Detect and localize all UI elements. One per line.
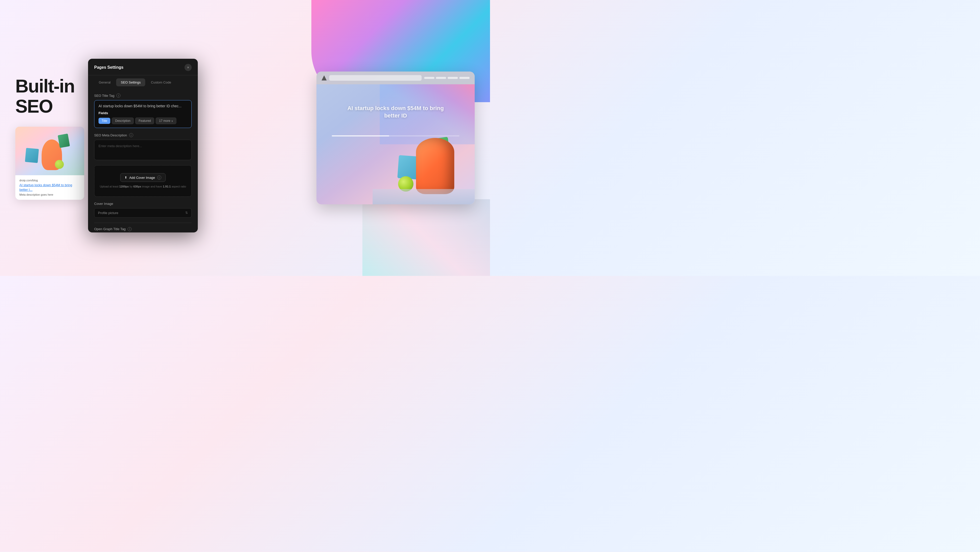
close-icon: × — [187, 65, 189, 70]
info-icon-symbol: i — [118, 94, 119, 97]
cover-image-select-value: Profile picture — [98, 211, 118, 215]
preview-card-body: droip.com/blog AI startup locks down $54… — [15, 175, 84, 200]
headline-line2: SEO — [15, 96, 52, 116]
browser-mockup: AI startup locks down $54M to bring bett… — [317, 72, 475, 204]
browser-address-bar — [329, 75, 422, 81]
shape-ball — [55, 160, 64, 169]
pages-settings-modal: Pages Settings × General SEO Settings Cu… — [88, 59, 198, 233]
browser-shapes — [372, 123, 475, 204]
browser-content: AI startup locks down $54M to bring bett… — [317, 84, 475, 204]
browser-logo-icon — [321, 75, 327, 80]
right-section: AI startup locks down $54M to bring bett… — [199, 72, 475, 204]
cover-image-label-text: Cover Image — [94, 202, 113, 206]
browser-dot-2 — [436, 77, 446, 79]
tab-custom-code[interactable]: Custom Code — [146, 78, 176, 86]
chip-title[interactable]: Title — [99, 118, 110, 124]
chip-featured[interactable]: Featured — [135, 118, 154, 124]
seo-title-input[interactable]: AI startup locks down $54M to bring bett… — [99, 104, 187, 108]
seo-title-tag-label: SEO Title Tag — [94, 94, 115, 97]
add-cover-image-button[interactable]: ⬆ Add Cover Image i — [120, 173, 165, 182]
tab-general[interactable]: General — [94, 78, 115, 86]
browser-bar — [317, 72, 475, 84]
bs-tube — [416, 138, 454, 194]
chip-more[interactable]: 17 more ∨ — [156, 118, 177, 124]
modal-close-button[interactable]: × — [185, 64, 192, 71]
seo-meta-desc-label: SEO Meta Description — [94, 133, 127, 137]
preview-card-image — [15, 127, 84, 175]
cover-image-select-row: Cover Image Profile picture ⇅ — [94, 202, 192, 218]
browser-dot-4 — [460, 77, 469, 79]
tab-seo-settings[interactable]: SEO Settings — [116, 78, 145, 86]
preview-description: Meta description goes here — [19, 193, 80, 196]
meta-desc-container[interactable]: Enter meta description here... — [94, 140, 192, 160]
chevron-down-icon: ∨ — [171, 120, 173, 122]
modal-title: Pages Settings — [94, 65, 124, 70]
shape-green-box — [58, 134, 70, 148]
info-icon-symbol-3: i — [129, 228, 130, 230]
middle-section: Pages Settings × General SEO Settings Cu… — [87, 43, 199, 233]
modal-divider — [94, 223, 192, 223]
select-arrow-icon: ⇅ — [185, 211, 188, 215]
browser-article-title: AI startup locks down $54M to bring bett… — [347, 105, 444, 119]
headline: Built-in SEO — [15, 76, 87, 116]
headline-line1: Built-in — [15, 76, 75, 96]
browser-dot-1 — [424, 77, 434, 79]
meta-desc-placeholder: Enter meta description here... — [99, 144, 142, 148]
modal-tabs: General SEO Settings Custom Code — [88, 75, 198, 89]
cover-image-select[interactable]: Profile picture ⇅ — [94, 208, 192, 218]
preview-url: droip.com/blog — [19, 179, 80, 182]
seo-title-tag-info-icon[interactable]: i — [116, 94, 121, 97]
info-icon-symbol-2: i — [130, 134, 131, 137]
open-graph-title-tag-label: Open Graph Title Tag — [94, 227, 126, 231]
browser-dots — [424, 77, 469, 79]
main-content: Built-in SEO — [0, 0, 490, 276]
cover-image-info-icon: i — [157, 175, 161, 180]
shape-container — [15, 127, 84, 175]
upload-icon: ⬆ — [124, 176, 127, 179]
open-graph-row: Open Graph Title Tag i — [94, 227, 192, 231]
bs-surface — [372, 189, 475, 204]
chip-description[interactable]: Description — [112, 118, 134, 124]
cover-upload-hint: Upload at least 1200px by 630px image an… — [100, 184, 186, 189]
modal-body: SEO Title Tag i AI startup locks down $5… — [88, 89, 198, 233]
seo-title-container[interactable]: AI startup locks down $54M to bring bett… — [94, 100, 192, 128]
cover-upload-area[interactable]: ⬆ Add Cover Image i Upload at least 1200… — [94, 165, 192, 197]
shape-teal-box — [25, 148, 39, 163]
modal-header: Pages Settings × — [88, 59, 198, 75]
open-graph-info-icon[interactable]: i — [127, 227, 132, 231]
cover-image-label: Cover Image — [94, 202, 192, 206]
preview-card: droip.com/blog AI startup locks down $54… — [15, 127, 84, 200]
left-section: Built-in SEO — [15, 76, 87, 200]
fields-chips: Title Description Featured 17 more ∨ — [99, 118, 187, 124]
seo-title-tag-section: SEO Title Tag i — [94, 94, 192, 97]
seo-meta-desc-section: SEO Meta Description i — [94, 133, 192, 137]
seo-meta-desc-info-icon[interactable]: i — [129, 133, 133, 137]
browser-dot-3 — [448, 77, 458, 79]
preview-title: AI startup locks down $54M to bring bett… — [19, 183, 80, 192]
fields-label: Fields — [99, 111, 187, 115]
